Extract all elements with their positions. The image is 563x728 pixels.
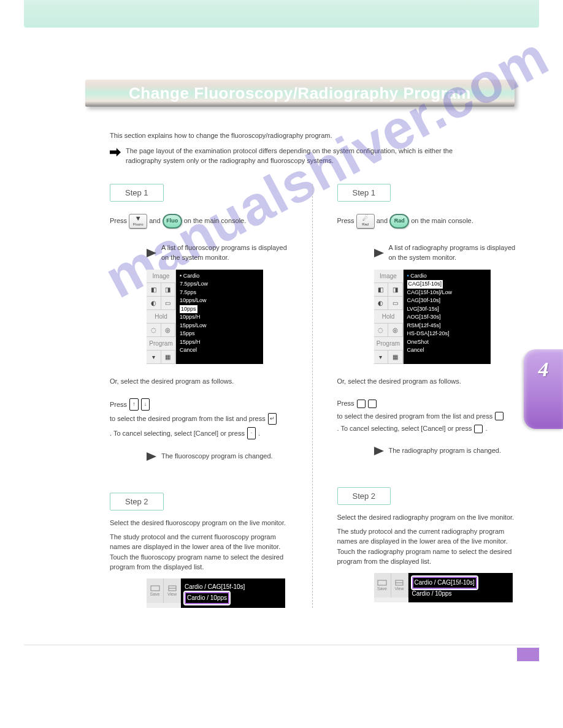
rad-live-monitor-bar: Save View Cardio / CAG[15f-10s] Cardio /… bbox=[374, 573, 513, 602]
save-icon-label: Save bbox=[150, 592, 160, 596]
intro-text: This section explains how to change the … bbox=[110, 131, 478, 140]
view-icon[interactable]: View bbox=[164, 578, 181, 603]
enter-key-icon bbox=[495, 412, 504, 420]
fluoro-menu-item[interactable]: Cancel bbox=[180, 346, 259, 355]
fluoro-bar-line1[interactable]: Cardio / CAG[15f-10s] bbox=[185, 582, 282, 592]
arrow-icon bbox=[374, 249, 384, 257]
rad-console-button[interactable]: ☄ Rad bbox=[356, 214, 375, 229]
rad-menu-item-selected[interactable]: CAG[15f-10s] bbox=[407, 280, 443, 289]
rad-bar-line2[interactable]: Cardio / 10pps bbox=[412, 589, 509, 599]
save-icon[interactable]: Save bbox=[147, 578, 164, 603]
fluoro-step1-lead: Press bbox=[110, 217, 129, 224]
arrow-icon bbox=[147, 452, 156, 461]
page-title-text: Change Fluoroscopy/Radiography Program bbox=[129, 84, 471, 103]
fluoro-console-label: Fluoro bbox=[133, 222, 144, 227]
rad-column: Step 1 Press ☄ Rad and Rad on the main c… bbox=[312, 184, 540, 608]
fluoro-step1-tail: on the main console. bbox=[184, 217, 247, 224]
fluoro-menu-item[interactable]: 10pps/Low bbox=[180, 297, 259, 305]
enter-key-icon: ↵ bbox=[268, 413, 277, 425]
fluoro-step2-body2: The study protocol and the current fluor… bbox=[110, 532, 294, 572]
rad-menu-item[interactable]: AOG[15f-30s] bbox=[407, 313, 487, 322]
up-key-icon bbox=[357, 400, 366, 408]
rad-step1-tail: on the main console. bbox=[411, 217, 473, 224]
rad-oval-button[interactable]: Rad bbox=[389, 214, 409, 229]
chapter-number: 4 bbox=[538, 358, 549, 381]
note-text: The page layout of the examination proto… bbox=[126, 146, 478, 165]
rad-step1-lead: Press bbox=[337, 217, 356, 224]
down-key-icon bbox=[368, 400, 377, 408]
svg-rect-3 bbox=[378, 580, 386, 585]
fluoro-menu-item-selected[interactable]: 10pps bbox=[180, 305, 197, 314]
svg-rect-0 bbox=[151, 586, 159, 591]
fluoro-step1-label: Step 1 bbox=[110, 184, 164, 202]
rad-menu-item[interactable]: CAG[15f-10s]/Low bbox=[407, 289, 487, 297]
arrow-icon bbox=[147, 249, 156, 257]
rad-press-mid3: . bbox=[485, 423, 487, 434]
dot-key-icon: · bbox=[247, 427, 256, 439]
fluoro-step1-mid: and bbox=[149, 217, 162, 224]
rad-step1-mid: and bbox=[377, 217, 389, 224]
fluoro-column: Step 1 Press ▼ Fluoro and Fluo on the ma… bbox=[85, 184, 312, 608]
page-title-banner: Change Fluoroscopy/Radiography Program bbox=[85, 80, 515, 107]
rad-menu-item[interactable]: RSM[12f-45s] bbox=[407, 322, 487, 330]
fluoro-press-mid1: to select the desired program from the l… bbox=[110, 414, 266, 424]
fluoro-list-msg: A list of fluoroscopy programs is displa… bbox=[161, 243, 294, 262]
rad-list-msg: A list of radiography programs is displa… bbox=[389, 243, 521, 262]
fluoro-program-list-mock: Image ◧◨ ◐▭ Hold ◌◎ Program ▾▦ • Cardio … bbox=[147, 270, 263, 364]
save-icon[interactable]: Save bbox=[374, 573, 391, 597]
fluoro-step2-body1: Select the desired fluoroscopy program o… bbox=[110, 518, 294, 528]
rad-console-glyph-icon: ☄ bbox=[362, 215, 369, 222]
rad-menu-item[interactable]: LVG[30f-15s] bbox=[407, 305, 487, 314]
dot-key-icon bbox=[474, 425, 483, 433]
fluoro-menu-item[interactable]: 7.5pps bbox=[180, 289, 259, 297]
fluoro-or-text: Or, select the desired program as follow… bbox=[110, 376, 294, 387]
view-icon-label: View bbox=[394, 586, 404, 591]
rad-press-intro: Press bbox=[337, 398, 354, 409]
rad-menu-heading: Cardio bbox=[410, 273, 427, 279]
fluoro-press-mid2: . To cancel selecting, select [Cancel] o… bbox=[110, 428, 245, 439]
fluoro-oval-button[interactable]: Fluo bbox=[163, 214, 182, 229]
rad-press-mid1: to select the desired program from the l… bbox=[337, 411, 493, 422]
header-band bbox=[24, 0, 539, 28]
rad-press-mid2: . To cancel selecting, select [Cancel] o… bbox=[337, 423, 472, 434]
fluoro-live-monitor-bar: Save View Cardio / CAG[15f-10s] Cardio /… bbox=[147, 578, 285, 608]
rad-step1-label: Step 1 bbox=[337, 184, 391, 202]
rad-menu-item[interactable]: CAG[30f-10s] bbox=[407, 297, 487, 305]
fluoro-bar-line2-highlight[interactable]: Cardio / 10pps bbox=[185, 592, 229, 604]
rad-menu-item[interactable]: HS-DSA[12f-20s] bbox=[407, 330, 487, 338]
chapter-tab: 4 bbox=[524, 349, 563, 429]
down-key-icon: ↓ bbox=[141, 398, 150, 411]
rad-menu-item[interactable]: OneShot bbox=[407, 338, 487, 347]
rad-step2-body1: Select the desired radiography program o… bbox=[337, 512, 521, 523]
footer bbox=[24, 645, 539, 663]
fluoro-changed-msg: The fluoroscopy program is changed. bbox=[161, 452, 294, 461]
rad-program-list-mock: Image ◧◨ ◐▭ Hold ◌◎ Program ▾▦ • Cardio … bbox=[374, 270, 491, 364]
rad-step2-label: Step 2 bbox=[337, 487, 391, 505]
fluoro-menu-heading: Cardio bbox=[183, 273, 200, 279]
arrow-icon bbox=[374, 447, 384, 455]
rad-bar-line1-highlight[interactable]: Cardio / CAG[15f-10s] bbox=[412, 577, 477, 589]
rad-or-text: Or, select the desired program as follow… bbox=[337, 376, 521, 387]
view-icon[interactable]: View bbox=[391, 573, 408, 597]
rad-changed-msg: The radiography program is changed. bbox=[389, 446, 521, 455]
view-icon-label: View bbox=[167, 592, 177, 596]
save-icon-label: Save bbox=[377, 586, 387, 591]
fluoro-menu-item[interactable]: 15pps/Low bbox=[180, 322, 259, 330]
note-hand-icon bbox=[110, 148, 121, 156]
fluoro-press-intro: Press bbox=[110, 400, 127, 410]
page-number-box bbox=[517, 648, 539, 661]
fluoro-menu-item[interactable]: 15pps bbox=[180, 330, 259, 338]
up-key-icon: ↑ bbox=[129, 398, 139, 411]
fluoro-console-glyph-icon: ▼ bbox=[135, 215, 142, 222]
fluoro-step2-label: Step 2 bbox=[110, 493, 164, 510]
fluoro-menu-item[interactable]: 15pps/H bbox=[180, 338, 259, 347]
rad-menu-item[interactable]: Cancel bbox=[407, 346, 487, 355]
fluoro-menu-item[interactable]: 10pps/H bbox=[180, 313, 259, 322]
fluoro-press-mid3: . bbox=[258, 428, 260, 439]
fluoro-console-button[interactable]: ▼ Fluoro bbox=[129, 214, 147, 229]
rad-console-label: Rad bbox=[362, 222, 369, 227]
fluoro-menu-item[interactable]: 7.5pps/Low bbox=[180, 280, 259, 289]
rad-step2-body2: The study protocol and the current radio… bbox=[337, 526, 521, 567]
